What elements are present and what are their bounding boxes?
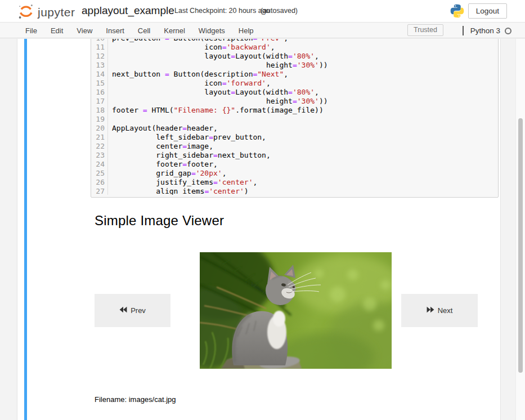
code-line[interactable]: next_button = Button(description="Next", [112, 70, 498, 79]
line-number: 21 [91, 133, 105, 142]
line-number: 18 [91, 106, 105, 115]
code-line[interactable]: AppLayout(header=header, [112, 124, 498, 133]
kernel-name: Python 3 [470, 26, 500, 35]
line-number: 12 [91, 52, 105, 61]
forward-icon [427, 306, 434, 315]
prev-button-label: Prev [131, 306, 146, 315]
menu-cell[interactable]: Cell [131, 23, 157, 38]
output-filename: Filename: images/cat.jpg [95, 395, 176, 404]
next-button-label: Next [438, 306, 453, 315]
code-line[interactable]: align_items='center') [112, 187, 498, 195]
jupyter-logo-text: jupyter [38, 6, 75, 19]
top-header: jupyter applayout_example Last Checkpoin… [0, 0, 525, 23]
line-number: 20 [91, 124, 105, 133]
code-line[interactable]: icon='backward', [112, 43, 498, 52]
code-line[interactable]: grid_gap='20px', [112, 169, 498, 178]
menu-kernel[interactable]: Kernel [157, 23, 192, 38]
line-number: 27 [91, 187, 105, 196]
menu-items: FileEditViewInsertCellKernelWidgetsHelp [19, 23, 261, 38]
line-number: 13 [91, 61, 105, 70]
menu-file[interactable]: File [19, 23, 44, 38]
code-line[interactable]: footer=footer, [112, 160, 498, 169]
code-line[interactable]: left_sidebar=prev_button, [112, 133, 498, 142]
line-number: 10 [91, 39, 105, 43]
code-line[interactable]: right_sidebar=next_button, [112, 151, 498, 160]
code-line[interactable]: layout=Layout(width='80%', [112, 52, 498, 61]
notebook-area: 101112131415161718192021222324252627 pre… [0, 39, 525, 420]
code-line[interactable]: footer = HTML("Filename: {}".format(imag… [112, 106, 498, 115]
code-line[interactable]: height='30%')) [112, 97, 498, 106]
line-number: 11 [91, 43, 105, 52]
line-number: 24 [91, 160, 105, 169]
kernel-indicator: Python 3 [463, 23, 511, 38]
code-lines[interactable]: prev_button = Button(description="Prev",… [108, 39, 498, 195]
menu-view[interactable]: View [70, 23, 99, 38]
selected-cell-indicator [24, 39, 27, 420]
line-number: 19 [91, 115, 105, 124]
scrollbar-thumb[interactable] [518, 118, 523, 373]
output-heading: Simple Image Viewer [95, 213, 224, 229]
backward-icon [119, 306, 127, 315]
jupyter-notebook-app: jupyter applayout_example Last Checkpoin… [0, 0, 525, 420]
python-logo-icon [450, 3, 465, 21]
code-cell-input[interactable]: 101112131415161718192021222324252627 pre… [91, 39, 499, 198]
code-line[interactable]: justify_items='center', [112, 178, 498, 187]
autosave-status: (autosaved) [261, 7, 298, 15]
line-number: 26 [91, 178, 105, 187]
notebook-container: 101112131415161718192021222324252627 pre… [17, 39, 501, 420]
menu-insert[interactable]: Insert [99, 23, 131, 38]
line-number: 25 [91, 169, 105, 178]
logout-button[interactable]: Logout [468, 3, 507, 19]
jupyter-logo-icon [17, 2, 35, 23]
menu-widgets[interactable]: Widgets [192, 23, 232, 38]
line-number: 14 [91, 70, 105, 79]
gutter: 101112131415161718192021222324252627 [91, 39, 108, 195]
code-line[interactable]: height='30%')) [112, 61, 498, 70]
prev-button[interactable]: Prev [95, 294, 170, 327]
kernel-idle-icon [505, 28, 511, 34]
code-line[interactable] [112, 115, 498, 124]
line-number: 23 [91, 151, 105, 160]
code-line[interactable]: center=image, [112, 142, 498, 151]
kernel-divider [463, 26, 464, 35]
notebook-title[interactable]: applayout_example [82, 5, 174, 17]
menu-help[interactable]: Help [232, 23, 261, 38]
code-line[interactable]: layout=Layout(width='80%', [112, 88, 498, 97]
line-number: 15 [91, 79, 105, 88]
code-line[interactable]: prev_button = Button(description="Prev", [112, 39, 498, 43]
jupyter-logo[interactable]: jupyter [17, 2, 75, 23]
cat-photo [200, 252, 392, 369]
checkpoint-status: Last Checkpoint: 20 hours ago [174, 7, 270, 15]
line-number: 17 [91, 97, 105, 106]
trusted-badge[interactable]: Trusted [407, 24, 443, 36]
line-number: 22 [91, 142, 105, 151]
menu-edit[interactable]: Edit [44, 23, 70, 38]
menu-bar: FileEditViewInsertCellKernelWidgetsHelp … [0, 23, 525, 38]
next-button[interactable]: Next [401, 294, 478, 327]
code-line[interactable]: icon='forward', [112, 79, 498, 88]
line-number: 16 [91, 88, 105, 97]
scrollbar-track[interactable] [515, 39, 525, 420]
